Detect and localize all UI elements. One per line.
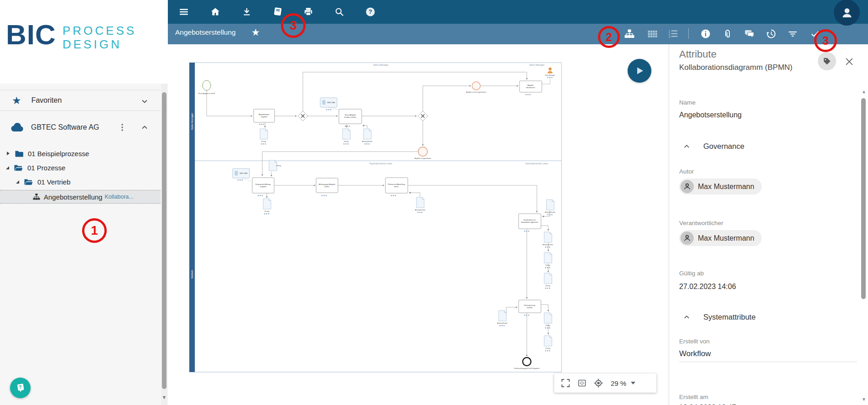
responsible-chip[interactable]: Max Mustermann bbox=[679, 230, 762, 246]
favorite-star-icon[interactable]: ★ bbox=[251, 27, 260, 37]
folder-open-icon bbox=[14, 164, 23, 172]
paperclip-icon[interactable] bbox=[722, 28, 733, 39]
document-vertrag bbox=[544, 273, 552, 284]
document-label: Vertrag bbox=[261, 141, 266, 142]
search-icon[interactable] bbox=[334, 6, 345, 17]
annotation-circle-2: 2 bbox=[598, 26, 620, 48]
diagram-page bbox=[195, 63, 561, 372]
cloud-icon bbox=[10, 122, 24, 132]
diagram-toolbar bbox=[168, 24, 868, 44]
event-accepted bbox=[418, 147, 427, 156]
document-vertrag bbox=[263, 199, 271, 209]
created-by-value: Workflow bbox=[679, 349, 711, 358]
task-label: aktualisieren bbox=[526, 87, 535, 89]
pool1-vertical-label: Sales Manager bbox=[191, 113, 193, 130]
print-icon[interactable] bbox=[303, 6, 314, 17]
menu-icon[interactable] bbox=[178, 6, 189, 17]
document-auftrag bbox=[544, 232, 552, 242]
tag-icon bbox=[822, 57, 832, 66]
document-auftrag bbox=[364, 129, 371, 139]
fullscreen-icon[interactable] bbox=[561, 378, 571, 388]
workspace-section[interactable]: GBTEC Software AG bbox=[0, 116, 161, 138]
responsible-value: Max Mustermann bbox=[698, 234, 754, 242]
tree-item-prozesse[interactable]: 01 Prozesse bbox=[0, 161, 161, 174]
tree-item-label: 01 Beispielprozesse bbox=[28, 150, 89, 158]
tree-item-label: 01 Prozesse bbox=[27, 164, 65, 172]
comments-icon[interactable] bbox=[744, 28, 755, 39]
name-value: Angebotserstellung bbox=[679, 111, 742, 119]
org-chart-icon[interactable] bbox=[624, 28, 635, 39]
governance-section-header[interactable]: Governance bbox=[683, 142, 744, 151]
task-label: Angebot bbox=[527, 84, 533, 86]
avatar[interactable] bbox=[834, 0, 860, 26]
top-bar: ? Max Mustermann - READER (DE/EN) bbox=[168, 0, 868, 24]
numbered-list-icon[interactable]: 123 bbox=[668, 28, 679, 39]
datastore-label: ERP-CRM bbox=[327, 102, 335, 104]
logo-design-text: DESIGN bbox=[62, 37, 122, 52]
info-icon[interactable] bbox=[700, 28, 711, 39]
chevron-up-icon[interactable] bbox=[683, 142, 691, 150]
history-icon[interactable] bbox=[765, 28, 776, 39]
expand-arrow-icon[interactable] bbox=[7, 152, 10, 155]
document-label: Vertrag bbox=[546, 347, 551, 349]
task-auftrag-pruefen bbox=[316, 178, 338, 193]
collapse-arrow-icon[interactable] bbox=[16, 180, 19, 184]
logo-bic-text: BIC bbox=[6, 18, 56, 51]
fit-screen-icon[interactable] bbox=[577, 378, 587, 388]
document-vertrag bbox=[343, 129, 350, 139]
sidebar-scrollbar-thumb[interactable] bbox=[162, 92, 166, 389]
person-avatar-icon bbox=[681, 180, 694, 193]
chevron-up-icon[interactable] bbox=[140, 123, 149, 131]
center-target-icon[interactable] bbox=[593, 378, 603, 388]
document-vertrag bbox=[544, 313, 552, 323]
autor-label: Autor bbox=[679, 168, 694, 175]
zoom-level[interactable]: 29 % bbox=[611, 379, 626, 387]
autor-chip[interactable]: Max Mustermann bbox=[679, 179, 762, 195]
grid-icon[interactable] bbox=[647, 28, 658, 39]
book-icon[interactable] bbox=[272, 6, 283, 17]
task-eingang-auftrag bbox=[252, 178, 274, 193]
tag-button[interactable] bbox=[818, 52, 836, 70]
start-event-label: Neues Angebot ist erstellt bbox=[198, 93, 215, 95]
task-label: Stammdaten abgleichen bbox=[521, 221, 538, 223]
panel-scrollbar-up-icon[interactable]: ▲ bbox=[860, 89, 868, 95]
diagram-title: Angebotserstellung bbox=[175, 28, 236, 37]
tree-item-beispielprozesse[interactable]: 01 Beispielprozesse bbox=[0, 147, 161, 160]
collapse-arrow-icon[interactable] bbox=[6, 166, 9, 169]
svg-text:3: 3 bbox=[669, 35, 670, 38]
document-label: Auftrag (Kunde) bbox=[543, 244, 553, 246]
play-button[interactable] bbox=[628, 59, 651, 83]
responsible-label: Verantwortlicher bbox=[679, 220, 723, 226]
panel-subtitle: Kollaborationsdiagramm (BPMN) bbox=[679, 63, 792, 72]
download-icon[interactable] bbox=[241, 6, 252, 17]
help-chat-button[interactable]: ? bbox=[10, 378, 31, 398]
panel-scrollbar-down-icon[interactable]: ▼ bbox=[860, 397, 868, 403]
attributes-panel: Attribute Kollaborationsdiagramm (BPMN) … bbox=[669, 44, 868, 405]
annotation-circle-1: 1 bbox=[82, 218, 107, 243]
caret-down-icon[interactable] bbox=[631, 382, 635, 384]
document-auftrag bbox=[499, 310, 506, 321]
home-icon[interactable] bbox=[210, 6, 221, 17]
close-icon[interactable] bbox=[844, 57, 854, 67]
more-menu-icon[interactable] bbox=[118, 123, 127, 132]
person-icon bbox=[840, 6, 854, 20]
document-label: Vertrag bbox=[546, 285, 551, 287]
favorites-section[interactable]: ★ Favoriten bbox=[0, 90, 161, 111]
chevron-up-icon[interactable] bbox=[683, 313, 691, 321]
system-attributes-section-header[interactable]: Systemattribute bbox=[683, 313, 756, 321]
document-label: Auftrag (Kunde) bbox=[497, 322, 508, 324]
task-label: Angebotsdaten bbox=[259, 114, 270, 116]
chevron-down-icon[interactable] bbox=[140, 97, 149, 105]
sidebar-scrollbar-down-icon[interactable]: ▼ bbox=[161, 394, 167, 402]
panel-scrollbar-thumb[interactable] bbox=[861, 98, 866, 299]
document-vertrag bbox=[544, 336, 552, 346]
tree-item-vertrieb[interactable]: 01 Vertrieb bbox=[0, 175, 161, 188]
tree-item-angebotserstellung-selected[interactable]: Angebotserstellung Kollabora... bbox=[0, 190, 161, 204]
document-label: Vertrag bbox=[546, 264, 551, 266]
name-label: Name bbox=[679, 99, 696, 106]
start-event bbox=[203, 80, 211, 90]
annotation-circle-3-panel: 3 bbox=[814, 29, 837, 52]
help-chat-icon: ? bbox=[15, 382, 26, 394]
filter-icon[interactable] bbox=[787, 28, 798, 39]
help-icon[interactable]: ? bbox=[365, 6, 376, 17]
